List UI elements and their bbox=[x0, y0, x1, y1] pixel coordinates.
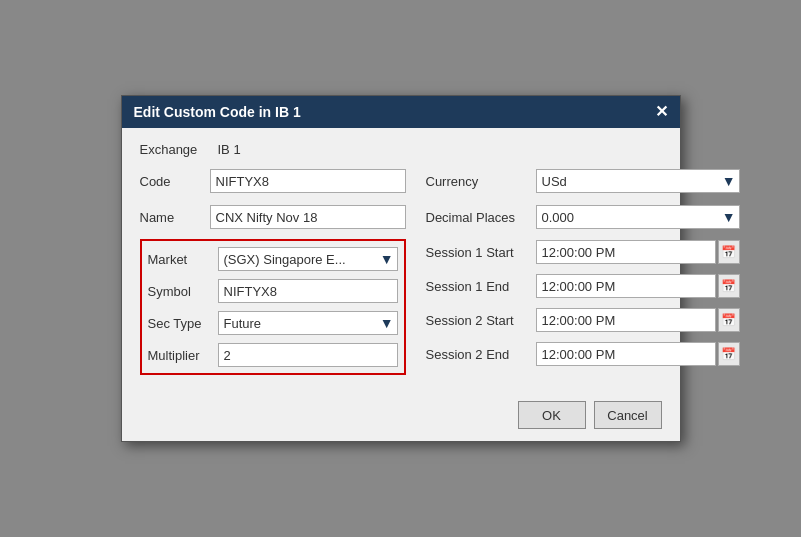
sectype-label: Sec Type bbox=[148, 316, 218, 331]
session2end-input[interactable] bbox=[536, 342, 716, 366]
session2end-label: Session 2 End bbox=[426, 347, 536, 362]
highlight-group: Market (SGX) Singapore E... ▼ Symbol bbox=[140, 239, 406, 375]
sectype-select[interactable]: Future bbox=[218, 311, 398, 335]
currency-select-wrapper: USd ▼ bbox=[536, 169, 740, 193]
cancel-button[interactable]: Cancel bbox=[594, 401, 662, 429]
multiplier-label: Multiplier bbox=[148, 348, 218, 363]
session2end-row: Session 2 End 📅 bbox=[426, 341, 740, 367]
multiplier-row: Multiplier bbox=[148, 341, 398, 369]
title-bar: Edit Custom Code in IB 1 ✕ bbox=[122, 96, 680, 128]
session1start-label: Session 1 Start bbox=[426, 245, 536, 260]
session1start-input[interactable] bbox=[536, 240, 716, 264]
currency-select[interactable]: USd bbox=[536, 169, 740, 193]
session1end-calendar-button[interactable]: 📅 bbox=[718, 274, 740, 298]
session1start-calendar-button[interactable]: 📅 bbox=[718, 240, 740, 264]
session2start-row: Session 2 Start 📅 bbox=[426, 307, 740, 333]
session1end-input[interactable] bbox=[536, 274, 716, 298]
dialog-title: Edit Custom Code in IB 1 bbox=[134, 104, 301, 120]
session1end-label: Session 1 End bbox=[426, 279, 536, 294]
name-row: Name bbox=[140, 203, 406, 231]
dialog-body: Exchange IB 1 Code Name bbox=[122, 128, 680, 441]
exchange-label: Exchange bbox=[140, 142, 210, 157]
right-column: Currency USd ▼ Decimal Places 0.000 bbox=[426, 167, 740, 377]
session1end-row: Session 1 End 📅 bbox=[426, 273, 740, 299]
ok-button[interactable]: OK bbox=[518, 401, 586, 429]
name-input[interactable] bbox=[210, 205, 406, 229]
code-label: Code bbox=[140, 174, 210, 189]
session2start-input[interactable] bbox=[536, 308, 716, 332]
decimal-select-wrapper: 0.000 ▼ bbox=[536, 205, 740, 229]
main-grid: Code Name Market (SGX) Singapore E bbox=[140, 167, 662, 377]
sectype-select-wrapper: Future ▼ bbox=[218, 311, 398, 335]
market-label: Market bbox=[148, 252, 218, 267]
bottom-buttons: OK Cancel bbox=[140, 393, 662, 429]
symbol-row: Symbol bbox=[148, 277, 398, 305]
exchange-row: Exchange IB 1 bbox=[140, 142, 662, 157]
session1start-row: Session 1 Start 📅 bbox=[426, 239, 740, 265]
exchange-value: IB 1 bbox=[218, 142, 241, 157]
code-row: Code bbox=[140, 167, 406, 195]
session2start-calendar-button[interactable]: 📅 bbox=[718, 308, 740, 332]
currency-row: Currency USd ▼ bbox=[426, 167, 740, 195]
market-row: Market (SGX) Singapore E... ▼ bbox=[148, 245, 398, 273]
market-select-wrapper: (SGX) Singapore E... ▼ bbox=[218, 247, 398, 271]
name-label: Name bbox=[140, 210, 210, 225]
currency-label: Currency bbox=[426, 174, 536, 189]
close-button[interactable]: ✕ bbox=[655, 104, 668, 120]
dialog: Edit Custom Code in IB 1 ✕ Exchange IB 1… bbox=[121, 95, 681, 442]
market-select[interactable]: (SGX) Singapore E... bbox=[218, 247, 398, 271]
session2start-label: Session 2 Start bbox=[426, 313, 536, 328]
multiplier-input[interactable] bbox=[218, 343, 398, 367]
decimal-row: Decimal Places 0.000 ▼ bbox=[426, 203, 740, 231]
sectype-row: Sec Type Future ▼ bbox=[148, 309, 398, 337]
left-column: Code Name Market (SGX) Singapore E bbox=[140, 167, 406, 377]
decimal-select[interactable]: 0.000 bbox=[536, 205, 740, 229]
code-input[interactable] bbox=[210, 169, 406, 193]
session2end-calendar-button[interactable]: 📅 bbox=[718, 342, 740, 366]
symbol-input[interactable] bbox=[218, 279, 398, 303]
decimal-label: Decimal Places bbox=[426, 210, 536, 225]
symbol-label: Symbol bbox=[148, 284, 218, 299]
